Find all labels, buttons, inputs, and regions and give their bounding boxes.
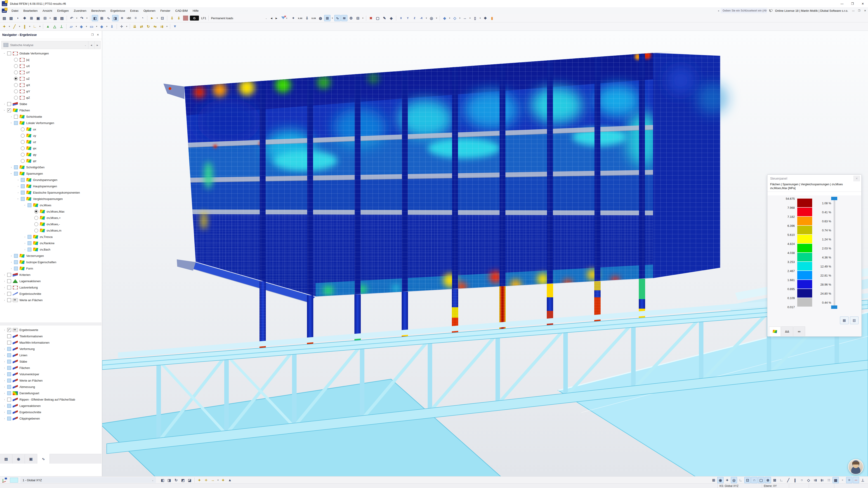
tree-item-control[interactable] xyxy=(34,222,38,226)
tree-item-control[interactable] xyxy=(7,372,11,376)
tree-item-control[interactable] xyxy=(14,83,18,87)
tables-toggle-icon[interactable]: ⊞ xyxy=(98,15,105,21)
tree-item-control[interactable] xyxy=(7,360,11,363)
close-button[interactable]: ✕ xyxy=(858,0,868,7)
menu-item[interactable]: Zuordnen xyxy=(71,7,89,14)
script-console-icon[interactable]: >SC xyxy=(126,15,132,21)
tree-item-control[interactable] xyxy=(14,121,18,125)
tree-item-control[interactable] xyxy=(7,353,11,357)
tree-item[interactable]: φx xyxy=(0,145,101,151)
tree-item-control[interactable] xyxy=(21,153,25,157)
save-icon[interactable]: ▣ xyxy=(35,15,41,21)
expander-icon[interactable] xyxy=(2,328,7,331)
rotate-icon[interactable]: ↻ xyxy=(145,23,151,30)
tree-item[interactable]: Grundspannungen xyxy=(0,177,101,183)
tree-item-control[interactable] xyxy=(7,398,11,401)
center-snap-icon[interactable]: ⊗ xyxy=(765,477,771,483)
tree-item-control[interactable] xyxy=(14,77,18,80)
tree-item-control[interactable] xyxy=(21,147,25,150)
expander-icon[interactable] xyxy=(2,273,7,276)
view-top-icon[interactable]: ◨ xyxy=(166,477,173,483)
tree-item-control[interactable] xyxy=(7,108,11,112)
tree-item[interactable]: Stäbe xyxy=(0,101,101,107)
select-objects-icon[interactable]: ► xyxy=(149,15,155,21)
expander-icon[interactable] xyxy=(2,417,7,420)
scale-slider-handle-top[interactable] xyxy=(831,197,837,200)
view-side-icon[interactable]: ◪ xyxy=(186,477,193,483)
result-grid-caret-icon[interactable]: ▾ xyxy=(331,15,334,21)
tree-item-control[interactable] xyxy=(7,292,11,296)
mirror-icon[interactable]: ⇋ xyxy=(152,23,158,30)
next-analysis-button[interactable]: ▸ xyxy=(94,41,100,49)
tree-item[interactable]: uZ xyxy=(0,75,101,82)
plane-mode-icon[interactable]: ◇ xyxy=(452,15,458,21)
expander-icon[interactable] xyxy=(2,373,7,376)
menu-item[interactable]: CAD-BIM xyxy=(173,7,190,14)
edit-tables-icon[interactable]: ⊞ xyxy=(28,15,35,21)
expander-icon[interactable] xyxy=(16,185,21,188)
insert-solid-caret-icon[interactable]: ▾ xyxy=(85,23,88,30)
expander-icon[interactable] xyxy=(22,204,28,206)
tree-item[interactable]: |u| xyxy=(0,57,101,63)
scale-options-button[interactable]: ▥ xyxy=(850,317,859,324)
expander-icon[interactable] xyxy=(2,379,7,382)
results-navigator-tab[interactable]: ∿ xyxy=(37,454,50,464)
tree-item[interactable]: Flächen xyxy=(0,365,101,371)
tree-item[interactable]: σv,Rankine xyxy=(0,240,101,246)
view-rotate-icon[interactable]: ↻ xyxy=(173,477,179,483)
message-list-icon[interactable]: ≡ xyxy=(132,15,139,21)
tree-item[interactable]: Isotrope Eigenschaften xyxy=(0,259,101,265)
load-case-select[interactable]: Permanent loads xyxy=(209,17,265,20)
tree-item-control[interactable] xyxy=(7,417,11,420)
expander-icon[interactable] xyxy=(2,366,7,369)
corner-snap-icon[interactable]: ∟ xyxy=(778,477,784,483)
tree-item[interactable]: Lastverteilung xyxy=(0,284,101,291)
tree-item[interactable]: Werte an Flächen xyxy=(0,377,101,384)
view-dimension-icon[interactable]: ↔ xyxy=(210,477,216,483)
expander-icon[interactable] xyxy=(2,103,7,105)
solid-mode-icon[interactable]: ◆ xyxy=(441,15,448,21)
tree-item-control[interactable] xyxy=(7,328,11,332)
probe-values-tab[interactable]: ≔ xyxy=(794,326,805,336)
mesh-grid-icon[interactable]: ▦ xyxy=(833,477,839,483)
surface-results-icon[interactable]: ≋ xyxy=(341,15,347,21)
tree-item[interactable]: Rippen - Effektiver Beitrag auf Fläche/S… xyxy=(0,396,101,402)
select-caret-icon[interactable]: ▾ xyxy=(156,15,159,21)
tree-item[interactable]: Elastische Spannungskomponenten xyxy=(0,189,101,196)
tree-item-control[interactable] xyxy=(28,241,31,245)
tree-item-control[interactable] xyxy=(7,334,11,338)
crossing-snap-icon[interactable]: ⊠ xyxy=(772,477,778,483)
work-plane-icon[interactable]: ⊞ xyxy=(710,477,717,483)
expander-icon[interactable] xyxy=(22,248,28,251)
tree-item[interactable]: Spannungen xyxy=(0,170,101,177)
panel-close-button[interactable]: ✕ xyxy=(853,175,860,182)
solid-mode-caret-icon[interactable]: ▾ xyxy=(448,15,451,21)
edit-solid-icon[interactable]: ✎ xyxy=(381,15,388,21)
model-view-icon[interactable]: ❖ xyxy=(22,15,28,21)
expander-icon[interactable] xyxy=(2,354,7,357)
tree-item-control[interactable] xyxy=(21,140,25,144)
section-box-icon[interactable]: ▯ xyxy=(472,15,478,21)
expander-icon[interactable] xyxy=(8,261,14,263)
node-caret-icon[interactable]: ▾ xyxy=(8,23,11,30)
probe-node-icon[interactable]: ⇩ xyxy=(304,15,310,21)
line-support-icon[interactable]: △ xyxy=(52,23,58,30)
float-panel-icon[interactable]: ❐ xyxy=(90,32,95,37)
expander-icon[interactable] xyxy=(2,385,7,388)
previous-load-case-button[interactable]: ◀ xyxy=(269,15,274,21)
axis-x-icon[interactable]: X xyxy=(398,15,404,21)
plumb-icon[interactable]: ⊥ xyxy=(860,477,866,483)
expander-icon[interactable] xyxy=(22,235,28,238)
red-axis-icon[interactable]: ─ xyxy=(853,477,859,483)
dlubal-center-icon[interactable]: ◗ xyxy=(15,15,21,21)
view-isometric-icon[interactable]: ◧ xyxy=(159,477,166,483)
tree-item[interactable]: Schichtseite xyxy=(0,113,101,120)
data-navigator-tab[interactable]: ▤ xyxy=(0,454,12,464)
user-avatar[interactable] xyxy=(848,459,864,475)
tree-item[interactable]: Flächen xyxy=(0,107,101,113)
tree-item-control[interactable] xyxy=(21,159,25,163)
render-solid-icon[interactable]: ◈ xyxy=(388,15,395,21)
viewport-3d[interactable] xyxy=(102,31,868,476)
color-scale-tab[interactable] xyxy=(769,326,781,336)
insert-solid-icon[interactable]: ◆ xyxy=(78,23,85,30)
